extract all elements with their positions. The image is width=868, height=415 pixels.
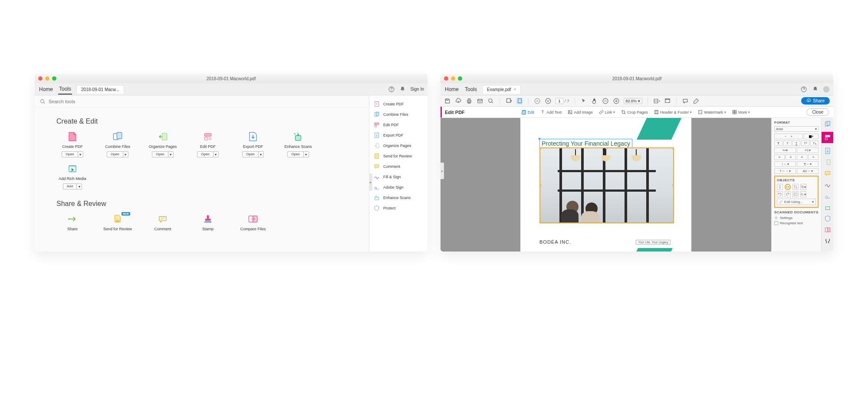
tool-comment[interactable]: Comment: [147, 214, 179, 231]
align-center-button[interactable]: ≡: [786, 154, 796, 160]
rail-export[interactable]: [824, 147, 831, 154]
tool-export-pdf[interactable]: Export PDF Open▾: [237, 131, 269, 157]
close-tab-icon[interactable]: ×: [514, 87, 516, 91]
tool-share[interactable]: Share: [56, 214, 89, 231]
read-mode-icon[interactable]: [664, 98, 671, 105]
text-selection[interactable]: Protecting Your Financial Legacy: [539, 139, 632, 148]
save-icon[interactable]: [444, 98, 451, 105]
fit-icon[interactable]: ▾: [653, 98, 660, 105]
page-input[interactable]: [556, 98, 563, 104]
sidebar-protect[interactable]: Protect: [372, 203, 425, 213]
tool-combine-files[interactable]: Combine Files Open▾: [102, 131, 134, 157]
font-size[interactable]: − +: [774, 134, 803, 139]
horizontal-scale[interactable]: T↔ − ▾: [774, 168, 796, 174]
rail-protect[interactable]: [824, 215, 831, 222]
flip-h-button[interactable]: [785, 184, 791, 190]
nav-tools[interactable]: Tools: [464, 85, 478, 94]
open-dropdown[interactable]: Open▾: [197, 151, 219, 157]
tool-compare[interactable]: Compare Files: [237, 214, 269, 231]
sidebar-create-pdf[interactable]: Create PDF: [372, 99, 425, 109]
rail-enhance[interactable]: [824, 204, 831, 211]
tool-enhance-scans[interactable]: Enhance Scans Open▾: [282, 131, 314, 157]
rail-sign[interactable]: [824, 181, 831, 188]
font-color[interactable]: ▾: [804, 134, 819, 139]
document-tab[interactable]: 2018-09-01 Macw...: [76, 85, 124, 94]
select-icon[interactable]: [580, 98, 587, 105]
tool-send-review[interactable]: NEW Send for Review: [102, 214, 134, 231]
zoom-out-icon[interactable]: [602, 98, 609, 105]
sidebar-organize[interactable]: Organize Pages: [372, 141, 425, 151]
cloud-icon[interactable]: [455, 98, 462, 105]
sidebar-send-review[interactable]: Send for Review: [372, 151, 425, 161]
nav-tools[interactable]: Tools: [58, 84, 72, 95]
watermark-button[interactable]: Watermark▾: [698, 110, 726, 114]
account-icon[interactable]: [823, 86, 830, 93]
number-list-button[interactable]: ≡1▾: [797, 147, 819, 153]
sidebar-adobe-sign[interactable]: Adobe Sign: [372, 182, 425, 193]
left-panel-toggle[interactable]: ▸: [441, 163, 444, 179]
rotate-ccw-button[interactable]: [777, 191, 783, 197]
rotate-cw-button[interactable]: [785, 191, 791, 197]
font-select[interactable]: Arial▾: [774, 126, 819, 132]
rail-edit-pdf[interactable]: [822, 132, 833, 143]
star-tool-icon[interactable]: [505, 98, 512, 105]
more-button[interactable]: More▾: [732, 110, 750, 114]
edit-using-button[interactable]: Edit Using... ▾: [777, 199, 816, 205]
arrange-button[interactable]: ▾: [800, 184, 806, 190]
char-spacing[interactable]: AV − ▾: [797, 168, 819, 174]
rail-adobe-sign[interactable]: [824, 193, 831, 199]
open-dropdown[interactable]: Open▾: [242, 151, 264, 157]
page-up-icon[interactable]: [534, 98, 541, 105]
zoom-in-icon[interactable]: [613, 98, 620, 105]
close-button[interactable]: Close: [806, 108, 829, 116]
italic-button[interactable]: T: [783, 141, 792, 146]
align-justify-button[interactable]: ≡: [808, 154, 819, 160]
photo-selection[interactable]: [539, 147, 674, 223]
highlight-icon[interactable]: [693, 98, 700, 105]
bullet-list-button[interactable]: ≡•▾: [774, 147, 796, 153]
add-text-button[interactable]: Add Text: [540, 110, 562, 114]
settings-button[interactable]: Settings: [774, 216, 819, 220]
align-right-button[interactable]: ≡: [797, 154, 807, 160]
sign-in-link[interactable]: Sign In: [411, 87, 424, 91]
edit-button[interactable]: Edit: [521, 110, 535, 115]
find-icon[interactable]: [487, 98, 494, 105]
open-dropdown[interactable]: Open▾: [62, 151, 83, 157]
header-footer-button[interactable]: Header & Footer▾: [654, 110, 692, 114]
add-image-button[interactable]: Add Image: [568, 110, 593, 114]
panel-toggle[interactable]: ▸: [369, 173, 372, 191]
rail-compare[interactable]: [824, 226, 831, 233]
crop-button[interactable]: Crop Pages: [621, 110, 648, 114]
search-input[interactable]: [49, 99, 135, 104]
print-icon[interactable]: [466, 98, 473, 105]
hand-icon[interactable]: [591, 98, 598, 105]
rail-more[interactable]: [824, 238, 831, 245]
sidebar-comment[interactable]: Comment: [372, 161, 425, 172]
tool-create-pdf[interactable]: Create PDF Open▾: [56, 131, 89, 157]
document-tab[interactable]: Example.pdf×: [482, 85, 521, 94]
underline-button[interactable]: T: [792, 141, 801, 146]
link-button[interactable]: Link▾: [599, 110, 615, 114]
line-spacing[interactable]: ↕ − ▾: [774, 161, 796, 167]
flip-v-button[interactable]: [777, 184, 783, 190]
superscript-button[interactable]: T¹: [801, 141, 809, 146]
rail-organize[interactable]: [824, 159, 831, 166]
open-dropdown[interactable]: Open▾: [152, 151, 174, 157]
document-view[interactable]: Protecting Your Financial Legacy: [441, 118, 771, 252]
zoom-select[interactable]: 82.6%▾: [624, 98, 643, 104]
comment-tool-icon[interactable]: [682, 98, 689, 105]
add-dropdown[interactable]: Add▾: [63, 183, 82, 190]
bell-icon[interactable]: [399, 86, 406, 93]
bell-icon[interactable]: [812, 86, 819, 93]
sidebar-edit-pdf[interactable]: Edit PDF: [372, 120, 425, 130]
align-obj-button[interactable]: ▾: [800, 191, 806, 197]
page-down-icon[interactable]: [545, 98, 552, 105]
sidebar-enhance-scans[interactable]: Enhance Scans: [372, 193, 425, 203]
tool-edit-pdf[interactable]: Edit PDF Open▾: [192, 131, 224, 157]
para-spacing[interactable]: ¶ − ▾: [797, 161, 819, 167]
rail-comment[interactable]: [824, 170, 831, 177]
tool-rich-media[interactable]: Add Rich Media Add▾: [56, 163, 89, 190]
align-left-button[interactable]: ≡: [774, 154, 785, 160]
rail-combine[interactable]: [824, 121, 831, 127]
nav-home[interactable]: Home: [444, 85, 460, 94]
